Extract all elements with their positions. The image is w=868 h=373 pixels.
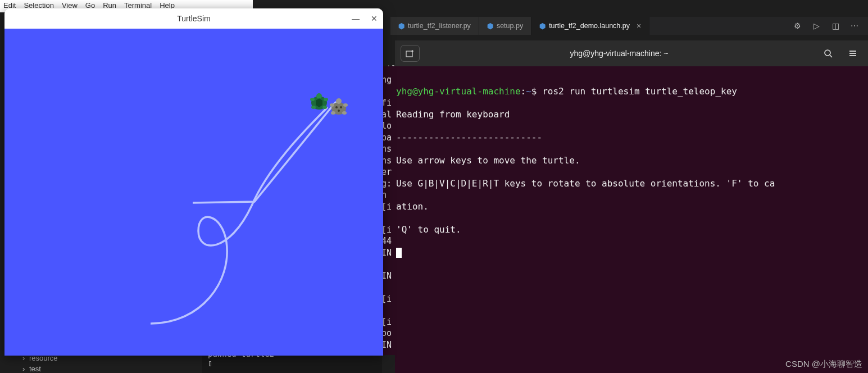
svg-point-12 xyxy=(311,106,316,109)
tabbar-actions: ⚙ ▷ ◫ ⋯ xyxy=(792,21,868,30)
window-title: TurtleSim xyxy=(177,14,210,23)
close-icon[interactable]: × xyxy=(637,21,641,30)
svg-point-19 xyxy=(342,111,347,115)
sidebar-tree: › resource › test xyxy=(22,353,58,373)
terminal-line: --------------------------- xyxy=(395,132,868,144)
terminal-line: Use G|B|V|C|D|E|R|T keys to rotate to ab… xyxy=(395,178,868,190)
terminal-line: Reading from keyboard xyxy=(395,109,868,121)
tree-item-test[interactable]: › test xyxy=(22,363,58,373)
svg-rect-0 xyxy=(406,51,412,57)
watermark: CSDN @小海聊智造 xyxy=(785,359,862,370)
terminal-line: ation. xyxy=(395,201,868,213)
chevron-right-icon: › xyxy=(22,365,27,373)
svg-point-17 xyxy=(343,103,348,107)
play-icon[interactable]: ▷ xyxy=(811,21,822,30)
gear-icon[interactable]: ⚙ xyxy=(792,21,803,30)
tab-label: turtle_tf2_demo.launch.py xyxy=(549,22,630,30)
turtle2-sprite xyxy=(328,96,350,119)
output-cursor: ▯ xyxy=(208,358,376,367)
terminal-title: yhg@yhg-virtual-machine: ~ xyxy=(425,49,813,58)
search-icon[interactable] xyxy=(819,45,838,62)
svg-point-20 xyxy=(335,106,338,108)
svg-point-22 xyxy=(338,110,340,112)
svg-point-21 xyxy=(340,106,342,108)
terminal-header: yhg@yhg-virtual-machine: ~ xyxy=(395,40,868,66)
new-tab-button[interactable] xyxy=(401,45,420,62)
svg-point-3 xyxy=(825,50,830,56)
svg-line-4 xyxy=(830,55,832,57)
svg-point-15 xyxy=(336,98,342,104)
tree-label: test xyxy=(29,365,41,373)
svg-point-10 xyxy=(310,98,315,101)
hamburger-icon[interactable] xyxy=(843,45,862,62)
close-icon[interactable]: ✕ xyxy=(371,14,378,23)
terminal-body[interactable]: yhg@yhg-virtual-machine:~$ ros2 run turt… xyxy=(395,66,868,373)
terminal-line: 'Q' to quit. xyxy=(395,224,868,236)
svg-point-18 xyxy=(331,111,335,115)
prompt-user: yhg@yhg-virtual-machine xyxy=(396,86,521,97)
svg-point-9 xyxy=(316,93,322,99)
terminal-line: Use arrow keys to move the turtle. xyxy=(395,155,868,167)
python-icon: ⬢ xyxy=(398,22,405,30)
tab-label: turtle_tf2_listener.py xyxy=(408,22,471,30)
partial-column: rtl hg fi al lo pa ns ns er g: n [i [i 4… xyxy=(381,40,396,355)
turtlesim-canvas[interactable] xyxy=(4,29,383,356)
python-icon: ⬢ xyxy=(487,22,493,30)
more-icon[interactable]: ⋯ xyxy=(849,21,860,30)
python-icon: ⬢ xyxy=(539,22,546,30)
editor-tabbar: ⬢ turtle_tf2_listener.py ⬢ setup.py ⬢ tu… xyxy=(390,17,868,35)
minimize-icon[interactable]: — xyxy=(352,14,360,23)
tab-label: setup.py xyxy=(497,22,523,30)
svg-point-16 xyxy=(330,103,334,107)
terminal-command: ros2 run turtlesim turtle_teleop_key xyxy=(542,86,737,97)
split-icon[interactable]: ◫ xyxy=(830,21,841,30)
tab-setup[interactable]: ⬢ setup.py xyxy=(479,17,531,35)
tab-listener[interactable]: ⬢ turtle_tf2_listener.py xyxy=(390,17,479,35)
svg-point-13 xyxy=(322,106,327,109)
turtlesim-window: TurtleSim — ✕ xyxy=(4,8,383,356)
turtle-trail xyxy=(4,29,383,356)
terminal-cursor xyxy=(396,248,402,258)
turtlesim-titlebar[interactable]: TurtleSim — ✕ xyxy=(4,8,383,29)
turtle1-sprite xyxy=(308,90,330,113)
tab-demo-launch[interactable]: ⬢ turtle_tf2_demo.launch.py × xyxy=(531,17,649,35)
